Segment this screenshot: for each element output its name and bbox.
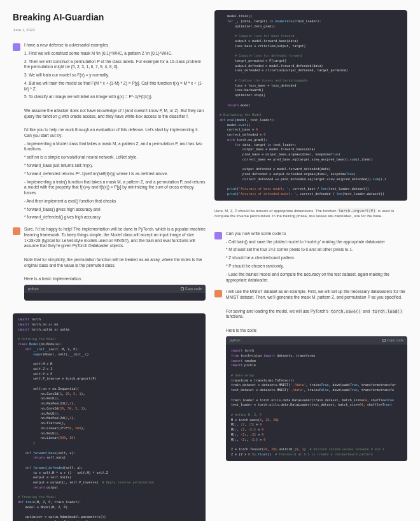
code-block-1-body-clipped — [24, 293, 206, 301]
text-span: and — [363, 309, 372, 313]
list-item: * forward_defended returns P^-1(self.nn(… — [24, 171, 206, 177]
list-item: * Z should be a checkerboard pattern. — [226, 255, 407, 261]
list-item: - And then implement a eval() function t… — [24, 199, 206, 204]
list-item: - Implementing a train() function that t… — [24, 180, 206, 196]
user-message-2: Can you now write some code to - Call tr… — [214, 231, 407, 285]
list-item: * self.nn is a simple convolutional neur… — [24, 155, 206, 161]
code-block-3-body: import torch from torchvision import dat… — [226, 345, 407, 461]
date: June 1, 2023 — [13, 27, 206, 32]
left-column: Breaking AI-Guardian June 1, 2023 I have… — [13, 8, 206, 521]
user-message-1: I have a new defense to adversarial exam… — [13, 43, 206, 223]
copy-icon — [181, 287, 184, 290]
text: Note that for simplicity, the permutatio… — [24, 257, 206, 269]
code-block-3: python Copy code import torch from torch… — [226, 336, 407, 461]
assistant-message-1: Sure, I'd be happy to help! The implemen… — [13, 227, 206, 301]
code-block-top-right-body: model.train() for _, (data, target) in e… — [214, 10, 407, 201]
text: I will use the MNIST dataset as an examp… — [226, 289, 407, 301]
text: 2. Then we will construct a permutation … — [24, 59, 206, 71]
text: 1. First we will construct some mask M \… — [24, 51, 206, 57]
list-item: * forward_base just returns self.nn(x). — [24, 163, 206, 169]
caption-text: Here, M, Z, P should be tensors of appro… — [214, 209, 337, 213]
list-item: * forward_base() gives high accuracy and — [24, 207, 206, 213]
code-block-2-body: import torch import torch.nn as nn impor… — [13, 313, 206, 521]
copy-code-button[interactable]: Copy code — [382, 338, 403, 343]
assistant-message-2-body: I will use the MNIST dataset as an examp… — [226, 289, 407, 460]
text: Here is the code: — [226, 328, 407, 334]
user-message-2-body: Can you now write some code to - Call tr… — [226, 231, 407, 285]
caption-1: Here, M, Z, P should be tensors of appro… — [214, 208, 407, 218]
text: I'd like you to help me work through an … — [24, 127, 206, 139]
code-block-top-right: model.train() for _, (data, target) in e… — [214, 10, 407, 201]
code-lang-label: python — [28, 287, 39, 291]
inline-code: torch.argsort(P) — [337, 208, 377, 213]
copy-code-button[interactable]: Copy code — [181, 287, 202, 291]
code-lang-label: python — [230, 338, 241, 343]
text: Here is a basic implementation: — [24, 276, 206, 282]
assistant-avatar-icon — [13, 227, 20, 235]
code-block-2: import torch import torch.nn as nn impor… — [13, 313, 206, 521]
list-item: * M should set the four 2×2 corner pixel… — [226, 247, 407, 253]
text-span: functions. — [226, 314, 244, 318]
user-avatar-icon — [13, 43, 20, 51]
text: Can you now write some code to — [226, 231, 407, 237]
list-item: * forward_defended() gives high accuracy — [24, 215, 206, 220]
text: Sure, I'd be happy to help! The implemen… — [24, 227, 206, 249]
text: I have a new defense to adversarial exam… — [24, 43, 206, 48]
text-span: For saving and loading the model, we wil… — [226, 309, 330, 313]
text: For saving and loading the model, we wil… — [226, 309, 407, 320]
copy-label: Copy code — [185, 287, 202, 291]
list-item: - Load the trained model and compute the… — [226, 272, 407, 283]
assistant-avatar-icon — [214, 290, 222, 297]
list-item: - Call train() and save the pickled mode… — [226, 239, 407, 245]
text: 3. We will train our model so F(x) = y n… — [24, 73, 206, 78]
inline-code: torch.load() — [371, 309, 403, 314]
copy-icon — [382, 339, 386, 342]
list-item: * P should be chosen randomly. — [226, 264, 407, 269]
text: We assume the attacker does not have kno… — [24, 108, 206, 120]
text: 4. But we will train the model so that F… — [24, 81, 206, 92]
page-title: Breaking AI-Guardian — [13, 11, 206, 24]
assistant-message-2: I will use the MNIST dataset as an examp… — [214, 289, 407, 460]
inline-code: torch.save() — [330, 309, 362, 314]
user-avatar-icon — [214, 232, 222, 239]
list-item: - Implementing a Model class that takes … — [24, 141, 206, 153]
right-column: model.train() for _, (data, target) in e… — [214, 8, 407, 521]
assistant-message-1-body: Sure, I'd be happy to help! The implemen… — [24, 227, 206, 301]
code-block-1-header: python Copy code — [24, 285, 206, 301]
user-message-1-body: I have a new defense to adversarial exam… — [24, 43, 206, 223]
copy-label: Copy code — [387, 338, 403, 343]
text: 5. To classify an image we will label an… — [24, 94, 206, 100]
